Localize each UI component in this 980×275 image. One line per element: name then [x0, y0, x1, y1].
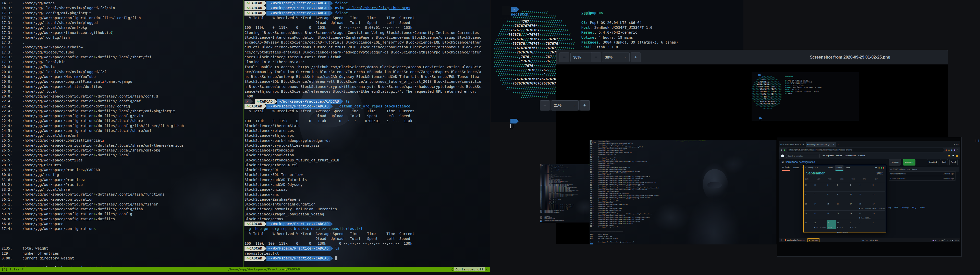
calendar-day-cell[interactable]: 7: [814, 191, 827, 201]
calendar-add-button[interactable]: +: [805, 165, 807, 170]
calendar-day-cell[interactable]: 17: [849, 201, 859, 210]
calendar-event[interactable]: UTr… 02:00 pm: [815, 225, 826, 230]
tmux-session-window-label[interactable]: [0] 1:fish*: [590, 140, 596, 144]
extension-icon[interactable]: [954, 150, 955, 151]
calendar-day-cell[interactable]: 20: [804, 210, 814, 220]
tmux-pane-border[interactable]: [243, 0, 244, 269]
calendar-day-cell[interactable]: 30☁ 13.6 °CMar… 01:00 pm: [836, 220, 849, 229]
close-icon[interactable]: ✕: [833, 142, 835, 147]
calendar-day-cell[interactable]: 31: [814, 182, 827, 191]
calendar-day-cell[interactable]: 21: [814, 210, 827, 220]
avatar[interactable]: [956, 155, 958, 157]
taskbar-clock[interactable]: Tue Sep 29 1:02 AM: [861, 238, 878, 242]
calendar-day-cell[interactable]: 24: [849, 210, 859, 220]
calendar-day-cell[interactable]: 28UTr… 02:00 pm: [814, 220, 827, 229]
calendar-day-cell[interactable]: 5: [872, 182, 885, 191]
calendar-widget[interactable]: + Today ‹ › WeekMonthYear 🔍 Sept: [803, 165, 886, 232]
calendar-day-cell[interactable]: 13: [804, 201, 814, 210]
footer-link[interactable]: API: [894, 205, 897, 210]
bell-icon[interactable]: 🔔: [948, 153, 950, 158]
url-field[interactable]: https://github.com/LinuxIsCool/configura…: [787, 148, 944, 152]
repo-breadcrumb[interactable]: LinuxIsCool / configuration: [785, 160, 815, 164]
calendar-next-button[interactable]: ›: [817, 165, 818, 170]
repo-social-button[interactable]: Star 0: [940, 159, 948, 165]
zoom-out-button[interactable]: −: [540, 100, 550, 111]
commit-row[interactable]: tore order to tmux. 14 hours ago: [889, 176, 956, 180]
calendar-day-cell[interactable]: 15: [827, 201, 836, 210]
extension-icon[interactable]: [945, 150, 947, 151]
zoom-out-button[interactable]: −: [591, 52, 601, 62]
github-nav-item[interactable]: Marketplace: [845, 153, 856, 158]
calendar-day-cell[interactable]: 29☁ 16.4 °C: [827, 220, 836, 229]
window-buttons[interactable]: ● ● ●: [954, 142, 960, 147]
window-button[interactable]: [883, 167, 884, 169]
image-viewer-front-window[interactable]: ckScience/cadCAD-Od✕ configuration/popos…: [777, 137, 962, 257]
taskbar-item-calendar[interactable]: Calendar: [808, 238, 819, 242]
calendar-prev-button[interactable]: ‹: [815, 165, 816, 170]
calendar-day-cell[interactable]: 9: [836, 191, 849, 201]
taskbar-item-firefox[interactable]: configuration/popos-...: [784, 238, 805, 242]
hamburger-menu-icon[interactable]: ≡: [957, 147, 958, 152]
calendar-day-cell[interactable]: 3: [872, 220, 885, 229]
github-search-input[interactable]: Search or jump to...: [786, 154, 820, 158]
extension-icon[interactable]: [951, 150, 953, 151]
calendar-day-cell[interactable]: 11: [859, 191, 872, 201]
latest-commit-bar[interactable]: 4e7f957 14 hours ago History: [889, 167, 959, 172]
moon-icon[interactable]: ☾: [947, 238, 949, 242]
window-button[interactable]: [878, 167, 880, 169]
calendar-day-cell[interactable]: 16: [836, 201, 849, 210]
calendar-day-cell[interactable]: 4: [859, 182, 872, 191]
calendar-day-cell[interactable]: 18Sea… 12:30 pm: [859, 201, 872, 210]
app-grid-icon[interactable]: ⣿: [780, 238, 782, 242]
calendar-view-tab[interactable]: Month: [835, 165, 843, 171]
close-icon[interactable]: ✕: [802, 142, 804, 147]
zoom-in-button[interactable]: +: [579, 100, 590, 111]
calendar-day-cell[interactable]: 23: [836, 210, 849, 220]
footer-link[interactable]: Blog: [912, 205, 916, 210]
github-nav-item[interactable]: Pull requests: [822, 153, 834, 158]
zoom-in-button[interactable]: +: [631, 52, 641, 62]
search-icon[interactable]: 🔍: [875, 165, 877, 170]
calendar-day-cell[interactable]: 27: [804, 220, 814, 229]
plus-menu[interactable]: +▾: [952, 153, 954, 158]
browser-tab[interactable]: ckScience/cadCAD-Od✕: [779, 142, 806, 147]
tmux-session-window-label[interactable]: [0] 1:fish*: [2, 267, 24, 272]
go-to-file-button[interactable]: Go to file: [889, 159, 901, 166]
calendar-day-cell[interactable]: 12: [872, 191, 885, 201]
calendar-day-cell[interactable]: 25Kiss… 11:00 am: [859, 210, 872, 220]
tmux-session-window-label[interactable]: [0] 1:fish*: [540, 164, 543, 166]
terminal-neofetch[interactable]: ~ neofetch ///////////// ///////////////…: [752, 72, 821, 111]
calendar-day-cell[interactable]: 14: [814, 201, 827, 210]
calendar-day-cell[interactable]: 3: [849, 182, 859, 191]
calendar-view-tab[interactable]: Week: [826, 165, 834, 171]
calendar-day-cell[interactable]: 26: [872, 210, 885, 220]
calendar-day-cell[interactable]: 1: [827, 182, 836, 191]
github-logo-icon[interactable]: ⬤: [781, 153, 784, 158]
zoom-level-select[interactable]: 21% ⌄: [551, 100, 579, 111]
repo-social-button[interactable]: Fork 0: [950, 159, 958, 165]
tray-icon[interactable]: [932, 240, 934, 241]
repo-nav-item[interactable]: Issues: [793, 165, 799, 170]
github-nav-item[interactable]: Issues: [836, 153, 842, 158]
calendar-day-cell[interactable]: 22: [827, 210, 836, 220]
footer-link[interactable]: About: [920, 205, 925, 210]
calendar-day-cell[interactable]: 1☁ 16.2 °C: [849, 220, 859, 229]
calendar-event[interactable]: Mar… 01:00 pm: [837, 230, 848, 235]
window-menu-icon[interactable]: |||: [974, 138, 980, 143]
calendar-day-cell[interactable]: 2: [836, 182, 849, 191]
github-nav-item[interactable]: Explore: [858, 153, 865, 158]
firefox-url-bar[interactable]: https://github.com/LinuxIsCool/configura…: [779, 147, 960, 153]
footer-link[interactable]: Training: [901, 205, 908, 210]
calendar-day-cell[interactable]: 30: [804, 182, 814, 191]
repo-nav-item[interactable]: <> Code: [782, 165, 790, 171]
volume-icon[interactable]: ♪: [950, 238, 951, 242]
calendar-day-cell[interactable]: 19LAD… 03:00 pm: [872, 201, 885, 210]
browser-tab-active[interactable]: configuration/popos-gn...✕: [806, 142, 836, 147]
tmux-pane-autojump[interactable]: 14.1:/home/ygg/Notes14.3:/home/ygg/.loca…: [0, 0, 244, 275]
calendar-day-cell[interactable]: 10: [849, 191, 859, 201]
window-button[interactable]: [881, 167, 882, 169]
calendar-day-cell[interactable]: 8: [827, 191, 836, 201]
zoom-level-select[interactable]: 38% ⌄: [602, 52, 630, 62]
calendar-today-button[interactable]: Today: [808, 165, 813, 170]
commit-row[interactable]: tore order to tmux. 14 hours ago: [889, 171, 956, 176]
